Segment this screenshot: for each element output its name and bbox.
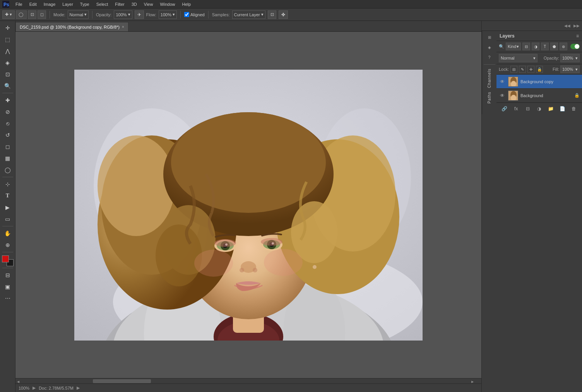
- learn-btn[interactable]: ?: [483, 53, 496, 62]
- layer-new-btn[interactable]: 📄: [558, 104, 567, 113]
- menu-image[interactable]: Image: [41, 1, 59, 7]
- layer-group-btn[interactable]: 📁: [546, 104, 555, 113]
- doc-info-arrow[interactable]: ▶: [77, 385, 80, 390]
- crop-tool[interactable]: ⊡: [2, 69, 14, 80]
- layer-vis-bg[interactable]: 👁: [499, 92, 506, 99]
- layer-mask-btn[interactable]: ⊟: [524, 104, 532, 113]
- expand-btn[interactable]: ▶▶: [573, 24, 580, 28]
- zoom-arrow[interactable]: ▶: [33, 385, 36, 390]
- flow-value: 100%: [161, 12, 171, 17]
- history-brush-tool[interactable]: ↺: [2, 130, 14, 140]
- lasso-tool[interactable]: ⋀: [2, 46, 14, 56]
- layer-adjustment-btn[interactable]: ◑: [535, 104, 543, 113]
- menu-select[interactable]: Select: [93, 1, 111, 7]
- brush-tool[interactable]: ⊘: [2, 106, 14, 117]
- far-right-icon-strip: ⊞ ◈ ? Channels Paths: [482, 31, 496, 114]
- tool-sep-2: [2, 177, 13, 177]
- paths-vertical-tab[interactable]: Paths: [487, 90, 491, 105]
- filter-pixel-btn[interactable]: ⊟: [522, 43, 530, 50]
- layers-menu-btn[interactable]: ≡: [576, 33, 579, 39]
- fill-arrow: ▾: [575, 67, 578, 72]
- opacity-value[interactable]: 100% ▾: [560, 54, 580, 62]
- menu-file[interactable]: File: [12, 1, 26, 7]
- lock-all-btn[interactable]: 🔒: [536, 66, 543, 73]
- eyedropper-tool[interactable]: 🔍: [2, 80, 14, 91]
- lock-image-btn[interactable]: ✎: [519, 66, 526, 73]
- layer-item-bg-copy[interactable]: 👁 Background copy: [496, 75, 582, 89]
- lock-position-btn[interactable]: ✛: [527, 66, 534, 73]
- more-tools-btn[interactable]: ⋯: [2, 293, 14, 304]
- lock-transparent-btn[interactable]: ⊟: [510, 66, 517, 73]
- canvas-scroll-area[interactable]: [15, 32, 481, 378]
- document-tab[interactable]: DSC_2159.psd @ 100% (Background copy, RG…: [15, 22, 128, 31]
- libraries-btn[interactable]: ◈: [483, 43, 496, 52]
- healing-brush-tool[interactable]: ✚: [2, 95, 14, 106]
- brush-picker-btn[interactable]: ◯: [16, 10, 27, 19]
- fill-value[interactable]: 100% ▾: [560, 65, 580, 73]
- samples-label: Samples:: [212, 12, 230, 17]
- filter-toggle[interactable]: [570, 44, 580, 49]
- filter-arrow: ▾: [517, 44, 519, 49]
- flow-dropdown[interactable]: 100% ▾: [159, 10, 177, 19]
- menu-type[interactable]: Type: [77, 1, 92, 7]
- layer-item-bg[interactable]: 👁 Background 🔒: [496, 89, 582, 103]
- filter-adjust-btn[interactable]: ◑: [532, 43, 539, 50]
- menu-help[interactable]: Help: [179, 1, 194, 7]
- menu-edit[interactable]: Edit: [26, 1, 40, 7]
- pen-tool[interactable]: ⊹: [2, 179, 14, 190]
- rectangular-marquee-tool[interactable]: ⬚: [2, 34, 14, 45]
- shape-tool[interactable]: ▭: [2, 214, 14, 224]
- scrollbar-thumb[interactable]: [93, 379, 151, 383]
- separator-3: [180, 11, 181, 19]
- open-clone-source-btn[interactable]: ✤: [279, 10, 288, 19]
- brush-mode-btn[interactable]: ⊡: [28, 10, 36, 19]
- scroll-right-arrow[interactable]: ▶: [471, 380, 474, 383]
- opacity-dropdown[interactable]: 100% ▾: [114, 10, 132, 19]
- options-bar: ✚ ▾ ◯ ⊡ ◻ Mode: Normal ▾ Opacity: 100% ▾…: [0, 9, 582, 21]
- tool-preset-picker[interactable]: ✚ ▾: [2, 10, 15, 19]
- history-panel-btn[interactable]: ⊞: [483, 33, 496, 42]
- mode-dropdown[interactable]: Normal ▾: [68, 10, 89, 19]
- layers-filter-bar: 🔍 Kind ▾ ⊟ ◑ T ⬟ ⊛: [496, 41, 582, 52]
- aligned-checkbox[interactable]: [184, 12, 189, 17]
- quick-select-tool[interactable]: ◈: [2, 57, 14, 68]
- menu-view[interactable]: View: [141, 1, 156, 7]
- layer-vis-bg-copy[interactable]: 👁: [499, 78, 506, 85]
- status-bar: 100% ▶ Doc: 2.78M/5.57M ▶: [15, 383, 481, 392]
- horizontal-scrollbar[interactable]: ▶ ◀: [15, 378, 481, 383]
- clone-stamp-tool[interactable]: ⎋: [2, 118, 14, 129]
- blend-mode-dropdown[interactable]: Normal ▾: [499, 54, 537, 62]
- eraser-tool[interactable]: ◻: [2, 141, 14, 152]
- menu-layer[interactable]: Layer: [59, 1, 76, 7]
- layer-fx-btn[interactable]: fx: [512, 104, 520, 113]
- foreground-color-swatch[interactable]: [2, 255, 9, 262]
- gradient-tool[interactable]: ▦: [2, 153, 14, 164]
- aligned-checkbox-label[interactable]: Aligned: [184, 12, 205, 17]
- samples-dropdown[interactable]: Current Layer ▾: [232, 10, 265, 19]
- menu-filter[interactable]: Filter: [112, 1, 127, 7]
- scroll-left-arrow[interactable]: ◀: [17, 380, 19, 383]
- path-selection-tool[interactable]: ▶: [2, 202, 14, 213]
- menu-window[interactable]: Window: [157, 1, 178, 7]
- dodge-tool[interactable]: ◯: [2, 164, 14, 175]
- filter-dropdown[interactable]: Kind ▾: [506, 43, 521, 50]
- ignore-adjustment-btn[interactable]: ⊡: [268, 10, 276, 19]
- color-swatches[interactable]: [2, 255, 14, 266]
- quick-mask-btn[interactable]: ⊟: [2, 270, 14, 281]
- zoom-tool[interactable]: ⊕: [2, 240, 14, 250]
- airbrush-toggle[interactable]: ✈: [135, 10, 144, 19]
- layer-link-btn[interactable]: 🔗: [500, 104, 509, 113]
- hand-tool[interactable]: ✋: [2, 228, 14, 239]
- filter-shape-btn[interactable]: ⬟: [550, 43, 558, 50]
- filter-smart-btn[interactable]: ⊛: [560, 43, 567, 50]
- layer-delete-btn[interactable]: 🗑: [570, 104, 578, 113]
- collapse-btn[interactable]: ◀◀: [564, 24, 570, 28]
- brush-size-btn[interactable]: ◻: [38, 10, 46, 19]
- screen-mode-btn[interactable]: ▣: [2, 281, 14, 292]
- filter-type-btn[interactable]: T: [541, 43, 549, 50]
- type-tool[interactable]: T: [2, 190, 14, 201]
- tab-close-btn[interactable]: ×: [122, 25, 124, 29]
- channels-vertical-tab[interactable]: Channels: [487, 67, 491, 89]
- move-tool[interactable]: ✛: [2, 22, 14, 33]
- menu-3d[interactable]: 3D: [128, 1, 140, 7]
